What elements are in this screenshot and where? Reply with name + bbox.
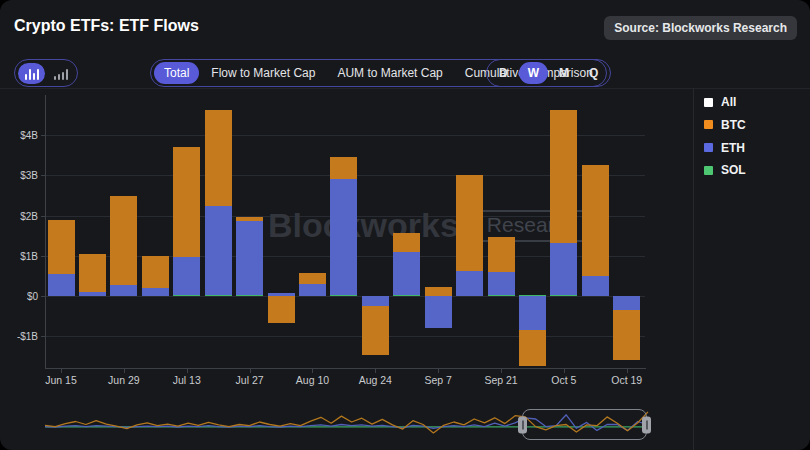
period-m[interactable]: M — [550, 62, 578, 84]
crypto-etf-flows-panel: Crypto ETFs: ETF Flows Source: Blockwork… — [0, 0, 810, 450]
bar-segment-SOL-aug-17[interactable] — [330, 295, 357, 296]
all-swatch — [704, 98, 713, 107]
icon-bar — [25, 74, 27, 80]
eth-swatch — [704, 143, 713, 152]
bar-segment-ETH-jul-27[interactable] — [236, 221, 263, 295]
legend-label: SOL — [721, 163, 746, 177]
ascending-bars-icon[interactable] — [47, 63, 74, 84]
bar-segment-ETH-oct-19[interactable] — [613, 296, 640, 310]
bar-segment-ETH-sep-14[interactable] — [456, 271, 483, 296]
period-q[interactable]: Q — [580, 62, 607, 84]
period-switcher: DWMQ — [486, 59, 611, 87]
bar-segment-BTC-jul-27[interactable] — [236, 217, 263, 221]
bar-segment-BTC-jul-6[interactable] — [142, 256, 169, 288]
bar-segment-BTC-jul-13[interactable] — [173, 147, 200, 256]
icon-bar — [54, 76, 56, 80]
bar-segment-ETH-sep-7[interactable] — [425, 296, 452, 328]
navigator-left-handle[interactable] — [518, 416, 527, 433]
bar-segment-SOL-jul-27[interactable] — [236, 295, 263, 296]
tab-flow-to-market-cap[interactable]: Flow to Market Cap — [201, 62, 325, 84]
bar-segment-BTC-jun-22[interactable] — [79, 254, 106, 292]
bar-segment-BTC-aug-31[interactable] — [393, 233, 420, 252]
bar-segment-BTC-aug-17[interactable] — [330, 157, 357, 180]
bar-segment-BTC-oct-19[interactable] — [613, 310, 640, 360]
bar-segment-BTC-sep-28[interactable] — [519, 330, 546, 366]
legend-item-all[interactable]: All — [704, 95, 736, 109]
legend-item-sol[interactable]: SOL — [704, 163, 746, 177]
bar-segment-BTC-sep-7[interactable] — [425, 287, 452, 296]
bar-segment-SOL-jul-13[interactable] — [173, 295, 200, 296]
bar-segment-ETH-jul-6[interactable] — [142, 288, 169, 296]
bar-segment-BTC-aug-10[interactable] — [299, 273, 326, 283]
bar-segment-BTC-sep-14[interactable] — [456, 175, 483, 270]
bar-segment-ETH-jun-15[interactable] — [48, 274, 75, 296]
bar-segment-BTC-jun-15[interactable] — [48, 220, 75, 273]
legend-label: BTC — [721, 118, 746, 132]
navigator-selection[interactable] — [522, 409, 647, 440]
bar-segment-ETH-jun-29[interactable] — [110, 285, 137, 296]
btc-swatch — [704, 120, 713, 129]
bars-icon[interactable] — [18, 63, 45, 84]
bar-segment-ETH-aug-31[interactable] — [393, 252, 420, 295]
icon-bar — [29, 69, 31, 80]
bar-segment-BTC-oct-12[interactable] — [582, 165, 609, 277]
source-badge: Source: Blockworks Research — [604, 16, 797, 40]
legend-item-btc[interactable]: BTC — [704, 118, 746, 132]
bar-segment-ETH-oct-5[interactable] — [550, 243, 577, 295]
period-d[interactable]: D — [490, 62, 517, 84]
bar-segment-BTC-aug-3[interactable] — [268, 296, 295, 323]
bar-segment-SOL-oct-5[interactable] — [550, 295, 577, 296]
bar-segment-SOL-aug-31[interactable] — [393, 295, 420, 296]
bar-segment-ETH-aug-24[interactable] — [362, 296, 389, 306]
tab-total[interactable]: Total — [154, 62, 199, 84]
bar-segment-ETH-aug-17[interactable] — [330, 179, 357, 295]
bar-segment-SOL-jul-20[interactable] — [205, 295, 232, 296]
chart-type-switcher — [14, 59, 78, 87]
bar-segment-ETH-jul-13[interactable] — [173, 257, 200, 295]
bar-segment-ETH-sep-21[interactable] — [488, 272, 515, 295]
bar-segment-BTC-aug-24[interactable] — [362, 306, 389, 354]
page-title: Crypto ETFs: ETF Flows — [14, 17, 199, 35]
icon-bar — [58, 74, 60, 80]
period-w[interactable]: W — [519, 62, 548, 84]
bar-segment-ETH-oct-12[interactable] — [582, 276, 609, 296]
bar-segment-BTC-sep-21[interactable] — [488, 237, 515, 272]
legend-label: All — [721, 95, 736, 109]
navigator-right-handle[interactable] — [642, 416, 651, 433]
bar-segment-SOL-sep-21[interactable] — [488, 295, 515, 296]
legend-label: ETH — [721, 141, 745, 155]
bar-segment-ETH-aug-10[interactable] — [299, 284, 326, 296]
tab-aum-to-market-cap[interactable]: AUM to Market Cap — [327, 62, 452, 84]
bar-segment-ETH-sep-28[interactable] — [519, 296, 546, 330]
bar-segment-BTC-jul-20[interactable] — [205, 110, 232, 206]
icon-bar — [66, 69, 68, 80]
icon-bar — [62, 72, 64, 80]
bar-segment-BTC-jun-29[interactable] — [110, 196, 137, 286]
sol-swatch — [704, 166, 713, 175]
navigator-chart[interactable] — [0, 398, 810, 450]
icon-bar — [33, 73, 35, 80]
legend-item-eth[interactable]: ETH — [704, 141, 745, 155]
bar-segment-BTC-oct-5[interactable] — [550, 110, 577, 243]
icon-bar — [37, 69, 39, 80]
bar-segment-ETH-jun-22[interactable] — [79, 292, 106, 296]
bar-segment-ETH-jul-20[interactable] — [205, 206, 232, 295]
